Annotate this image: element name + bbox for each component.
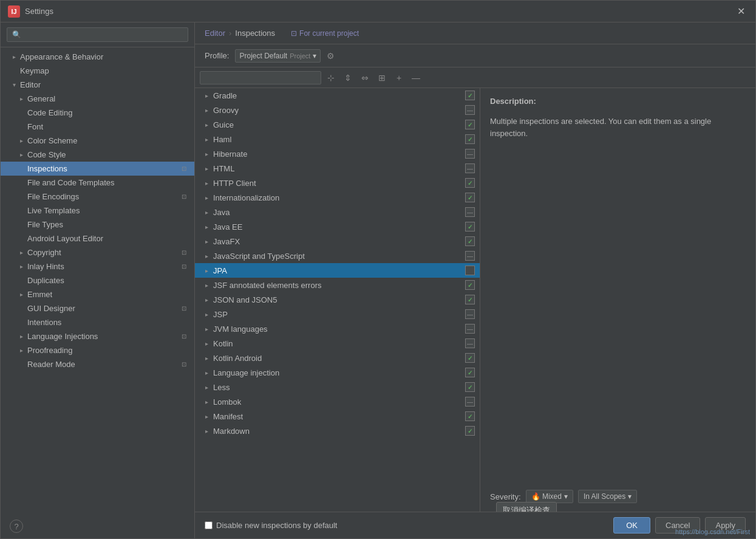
help-button[interactable]: ? <box>10 520 23 533</box>
inspect-row[interactable]: Kotlin— <box>195 336 480 351</box>
sidebar-item-file-code-templates[interactable]: File and Code Templates <box>1 176 194 190</box>
settings-window: IJ Settings ✕ Appearance & BehaviorKeyma… <box>0 0 756 539</box>
inspect-row[interactable]: JSF annotated elements errors✓ <box>195 278 480 292</box>
inspect-row-checkbox[interactable]: — <box>465 397 475 407</box>
sidebar-item-label: Code Editing <box>27 108 72 117</box>
add-button[interactable]: + <box>392 70 406 85</box>
inspect-row-checkbox[interactable]: — <box>465 251 475 261</box>
inspect-row-checkbox[interactable]: ✓ <box>465 193 475 202</box>
disable-checkbox-input[interactable] <box>205 521 213 529</box>
inspect-row-checkbox[interactable]: ✓ <box>465 91 475 100</box>
inspect-row-checkbox[interactable]: — <box>465 309 475 319</box>
scope-select[interactable]: In All Scopes ▾ <box>578 490 637 503</box>
minus-icon: — <box>467 165 473 172</box>
sidebar-item-code-style[interactable]: Code Style <box>1 148 194 162</box>
inspect-row[interactable]: Gradle✓ <box>195 88 480 103</box>
sidebar-item-android-layout-editor[interactable]: Android Layout Editor <box>1 232 194 245</box>
sidebar-item-font[interactable]: Font <box>1 120 194 134</box>
inspect-row[interactable]: Lombok— <box>195 394 480 409</box>
inspect-row-checkbox[interactable]: — <box>465 149 475 159</box>
inspect-row-checkbox[interactable]: ✓ <box>465 236 475 246</box>
inspect-row-checkbox[interactable]: ✓ <box>465 178 475 188</box>
group-by-button[interactable]: ⊞ <box>375 70 389 85</box>
inspect-row-checkbox[interactable]: ✓ <box>465 382 475 392</box>
inspect-row-checkbox[interactable]: ✓ <box>465 411 475 421</box>
close-button[interactable]: ✕ <box>734 4 748 19</box>
sidebar-item-general[interactable]: General <box>1 92 194 106</box>
inspect-row-checkbox[interactable]: — <box>465 324 475 334</box>
inspect-row-checkbox[interactable]: ✓ <box>465 368 475 377</box>
inspect-row[interactable]: Java— <box>195 205 480 219</box>
inspect-row[interactable]: HTML— <box>195 161 480 176</box>
sidebar-item-inlay-hints[interactable]: Inlay Hints⊡ <box>1 259 194 273</box>
sidebar-item-proofreading[interactable]: Proofreading <box>1 343 194 357</box>
inspect-row[interactable]: Groovy— <box>195 103 480 117</box>
sidebar-item-file-encodings[interactable]: File Encodings⊡ <box>1 190 194 204</box>
inspection-search-input[interactable] <box>200 71 321 84</box>
inspect-row[interactable]: Hibernate— <box>195 146 480 161</box>
remove-button[interactable]: — <box>409 70 423 85</box>
sidebar-item-appearance[interactable]: Appearance & Behavior <box>1 50 194 64</box>
inspect-row[interactable]: HTTP Client✓ <box>195 176 480 190</box>
inspect-row-checkbox[interactable]: ✓ <box>465 222 475 232</box>
sidebar-item-color-scheme[interactable]: Color Scheme <box>1 134 194 148</box>
sidebar-item-live-templates[interactable]: Live Templates <box>1 204 194 218</box>
inspect-row-checkbox[interactable]: — <box>465 207 475 217</box>
inspect-row[interactable]: Java EE✓ <box>195 219 480 234</box>
inspect-row[interactable]: JSON and JSON5✓ <box>195 292 480 307</box>
sidebar-item-reader-mode[interactable]: Reader Mode⊡ <box>1 357 194 371</box>
disable-checkbox-label[interactable]: Disable new inspections by default <box>205 521 337 530</box>
inspect-row[interactable]: Internationalization✓ <box>195 190 480 205</box>
sidebar-item-editor[interactable]: Editor <box>1 78 194 92</box>
ok-button[interactable]: OK <box>613 517 650 534</box>
expand-all-button[interactable]: ⇕ <box>341 70 355 85</box>
inspect-row[interactable]: JSP— <box>195 307 480 321</box>
inspect-row-checkbox[interactable]: ✓ <box>465 280 475 290</box>
inspect-row[interactable]: JavaScript and TypeScript— <box>195 249 480 263</box>
inspect-row-checkbox[interactable]: ✓ <box>465 353 475 363</box>
sidebar-item-emmet[interactable]: Emmet <box>1 287 194 301</box>
severity-select[interactable]: 🔥 Mixed ▾ <box>526 490 573 503</box>
sidebar-item-inspections[interactable]: Inspections⊡ <box>1 162 194 176</box>
inspect-row-checkbox[interactable]: ✓ <box>465 120 475 129</box>
profile-select[interactable]: Project Default Project ▾ <box>235 49 321 63</box>
sidebar-item-intentions[interactable]: Intentions <box>1 315 194 329</box>
inspect-row[interactable]: Language injection✓ <box>195 365 480 380</box>
inspect-row[interactable]: Kotlin Android✓ <box>195 351 480 365</box>
sidebar-item-file-types[interactable]: File Types <box>1 218 194 232</box>
inspect-row[interactable]: Guice✓ <box>195 117 480 132</box>
inspect-row-checkbox[interactable]: ✓ <box>465 134 475 144</box>
inspect-row-label: Hibernate <box>213 149 465 159</box>
sidebar-item-copyright[interactable]: Copyright⊡ <box>1 245 194 259</box>
inspect-row-checkbox[interactable] <box>465 266 475 275</box>
inspect-row-checkbox[interactable]: — <box>465 163 475 173</box>
checkmark-icon: ✓ <box>468 413 472 420</box>
copy-icon: ⊡ <box>180 304 188 313</box>
sidebar-item-language-injections[interactable]: Language Injections⊡ <box>1 329 194 343</box>
inspect-row-label: Guice <box>213 120 465 129</box>
row-chevron-icon <box>202 412 211 421</box>
inspect-row[interactable]: Haml✓ <box>195 132 480 146</box>
sidebar-item-code-editing[interactable]: Code Editing <box>1 106 194 120</box>
inspect-row[interactable]: Less✓ <box>195 380 480 394</box>
filter-button[interactable]: ⊹ <box>324 70 338 85</box>
inspect-row-checkbox[interactable]: ✓ <box>465 426 475 436</box>
gear-button[interactable]: ⚙ <box>327 51 335 61</box>
inspect-row-checkbox[interactable]: ✓ <box>465 295 475 304</box>
inspect-row-checkbox[interactable]: — <box>465 338 475 348</box>
inspect-row-label: JSON and JSON5 <box>213 295 465 304</box>
breadcrumb-parent[interactable]: Editor <box>205 29 225 38</box>
sidebar-item-gui-designer[interactable]: GUI Designer⊡ <box>1 301 194 315</box>
sidebar-item-label: Android Layout Editor <box>27 234 103 243</box>
inspect-row[interactable]: Manifest✓ <box>195 409 480 424</box>
inspect-row[interactable]: JVM languages— <box>195 321 480 336</box>
sidebar-item-duplicates[interactable]: Duplicates <box>1 273 194 287</box>
inspect-row[interactable]: JavaFX✓ <box>195 234 480 249</box>
inspect-row[interactable]: Markdown✓ <box>195 424 480 438</box>
for-current-project-button[interactable]: ⊡ For current project <box>291 29 359 38</box>
collapse-all-button[interactable]: ⇔ <box>358 70 372 85</box>
inspect-row-checkbox[interactable]: — <box>465 105 475 115</box>
sidebar-search-input[interactable] <box>7 27 188 42</box>
sidebar-item-keymap[interactable]: Keymap <box>1 64 194 78</box>
inspect-row[interactable]: JPA <box>195 263 480 278</box>
